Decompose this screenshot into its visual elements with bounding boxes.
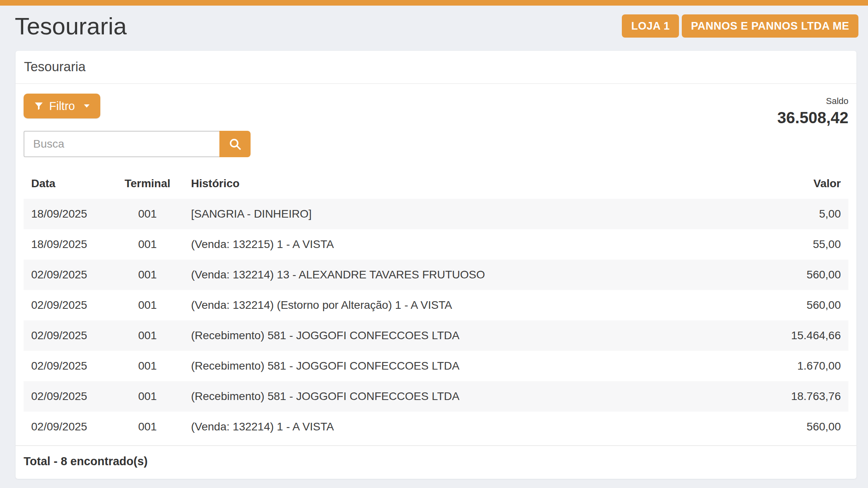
page-header: Tesouraria LOJA 1 PANNOS E PANNOS LTDA M… — [0, 6, 868, 42]
table-row: 18/09/2025 001 [SANGRIA - DINHEIRO] 5,00 — [24, 199, 848, 229]
table-row: 02/09/2025 001 (Venda: 132214) 1 - A VIS… — [24, 412, 848, 442]
saldo-value: 36.508,42 — [777, 109, 848, 127]
cell-valor: 560,00 — [729, 412, 848, 442]
cell-terminal: 001 — [111, 199, 183, 229]
cell-data: 02/09/2025 — [24, 260, 111, 290]
column-header-terminal: Terminal — [111, 173, 183, 199]
cell-terminal: 001 — [111, 412, 183, 442]
cell-data: 02/09/2025 — [24, 351, 111, 381]
search-input[interactable] — [24, 131, 220, 157]
cell-historico: (Recebimento) 581 - JOGGOFI CONFECCOES L… — [183, 351, 729, 381]
cell-data: 02/09/2025 — [24, 290, 111, 320]
cell-valor: 55,00 — [729, 229, 848, 260]
cell-historico: (Recebimento) 581 - JOGGOFI CONFECCOES L… — [183, 381, 729, 412]
column-header-valor: Valor — [729, 173, 848, 199]
cell-terminal: 001 — [111, 290, 183, 320]
cell-historico: (Venda: 132215) 1 - A VISTA — [183, 229, 729, 260]
cell-terminal: 001 — [111, 381, 183, 412]
table-row: 18/09/2025 001 (Venda: 132215) 1 - A VIS… — [24, 229, 848, 260]
tesouraria-card: Tesouraria Filtro Saldo 36.508,42 — [16, 51, 856, 479]
total-summary: Total - 8 encontrado(s) — [16, 445, 856, 479]
cell-valor: 1.670,00 — [729, 351, 848, 381]
cell-terminal: 001 — [111, 260, 183, 290]
cell-terminal: 001 — [111, 351, 183, 381]
table-row: 02/09/2025 001 (Recebimento) 581 - JOGGO… — [24, 351, 848, 381]
cell-data: 02/09/2025 — [24, 412, 111, 442]
filter-button-label: Filtro — [49, 100, 75, 113]
store-button[interactable]: LOJA 1 — [622, 14, 679, 38]
search-icon — [228, 137, 242, 151]
cell-data: 18/09/2025 — [24, 229, 111, 260]
table-row: 02/09/2025 001 (Recebimento) 581 - JOGGO… — [24, 381, 848, 412]
cell-historico: (Recebimento) 581 - JOGGOFI CONFECCOES L… — [183, 320, 729, 351]
cell-data: 02/09/2025 — [24, 320, 111, 351]
card-title: Tesouraria — [16, 51, 856, 84]
table-row: 02/09/2025 001 (Venda: 132214) 13 - ALEX… — [24, 260, 848, 290]
table-body: 18/09/2025 001 [SANGRIA - DINHEIRO] 5,00… — [24, 199, 848, 442]
saldo-label: Saldo — [777, 96, 848, 106]
caret-down-icon — [83, 104, 90, 108]
cell-valor: 15.464,66 — [729, 320, 848, 351]
cell-valor: 18.763,76 — [729, 381, 848, 412]
column-header-historico: Histórico — [183, 173, 729, 199]
filter-icon — [34, 101, 44, 111]
table-row: 02/09/2025 001 (Recebimento) 581 - JOGGO… — [24, 320, 848, 351]
cell-valor: 5,00 — [729, 199, 848, 229]
cell-terminal: 001 — [111, 229, 183, 260]
table-header-row: Data Terminal Histórico Valor — [24, 173, 848, 199]
cell-data: 02/09/2025 — [24, 381, 111, 412]
company-button[interactable]: PANNOS E PANNOS LTDA ME — [682, 14, 858, 38]
cell-historico: (Venda: 132214) 13 - ALEXANDRE TAVARES F… — [183, 260, 729, 290]
card-body: Filtro Saldo 36.508,42 — [16, 84, 856, 445]
filter-button[interactable]: Filtro — [24, 94, 100, 118]
cell-valor: 560,00 — [729, 260, 848, 290]
cell-historico: (Venda: 132214) 1 - A VISTA — [183, 412, 729, 442]
top-accent-bar — [0, 0, 868, 6]
search-row — [24, 131, 848, 157]
transactions-table: Data Terminal Histórico Valor 18/09/2025… — [24, 173, 848, 442]
search-button[interactable] — [219, 131, 251, 157]
toolbar: Filtro Saldo 36.508,42 — [24, 94, 848, 127]
cell-terminal: 001 — [111, 320, 183, 351]
table-row: 02/09/2025 001 (Venda: 132214) (Estorno … — [24, 290, 848, 320]
page-title: Tesouraria — [15, 11, 127, 42]
column-header-data: Data — [24, 173, 111, 199]
cell-historico: [SANGRIA - DINHEIRO] — [183, 199, 729, 229]
saldo-block: Saldo 36.508,42 — [777, 94, 848, 127]
cell-valor: 560,00 — [729, 290, 848, 320]
header-buttons: LOJA 1 PANNOS E PANNOS LTDA ME — [622, 14, 858, 38]
cell-data: 18/09/2025 — [24, 199, 111, 229]
cell-historico: (Venda: 132214) (Estorno por Alteração) … — [183, 290, 729, 320]
